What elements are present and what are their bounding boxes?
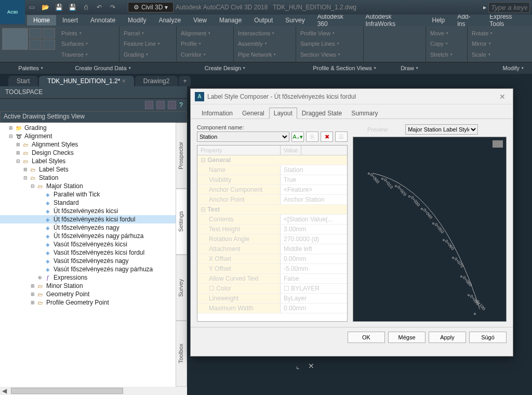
- corridor-button[interactable]: Corridor: [179, 50, 231, 59]
- search-input[interactable]: [488, 2, 530, 13]
- val-visibility[interactable]: True: [281, 175, 347, 185]
- copy-button[interactable]: Copy: [428, 40, 465, 48]
- ok-button[interactable]: OK: [348, 332, 385, 343]
- tree-style-standard[interactable]: Standard: [54, 199, 79, 206]
- palette-icon-3[interactable]: [43, 28, 55, 38]
- order-component-button[interactable]: ☰: [335, 131, 348, 142]
- delete-component-button[interactable]: ✖: [321, 131, 333, 142]
- val-attachment[interactable]: Middle left: [281, 244, 347, 254]
- infocenter-arrow-icon[interactable]: ▸: [483, 4, 486, 11]
- stretch-button[interactable]: Stretch: [428, 50, 465, 59]
- tree-style-nagy[interactable]: Út főszelvényezés nagy: [54, 224, 119, 231]
- tree-station[interactable]: Station: [39, 174, 58, 181]
- new-icon[interactable]: ▭: [27, 3, 36, 12]
- tab-layout[interactable]: Layout: [269, 108, 297, 119]
- tree-profile-geometry-point[interactable]: Profile Geometry Point: [46, 299, 109, 306]
- ts-tool-icon-2[interactable]: [156, 101, 165, 109]
- tab-information[interactable]: Information: [197, 108, 237, 118]
- tab-help[interactable]: Help: [425, 15, 451, 25]
- pipenetwork-button[interactable]: Pipe Network: [236, 50, 294, 59]
- val-curved[interactable]: False: [281, 274, 347, 283]
- component-name-select[interactable]: Station: [197, 131, 289, 142]
- val-lineweight[interactable]: ByLayer: [281, 294, 347, 303]
- tree-style-vasut-kicsi[interactable]: Vasút főszelvényezés kicsi: [54, 241, 127, 248]
- tab-insert[interactable]: Insert: [56, 15, 84, 25]
- tab-summary[interactable]: Summary: [347, 108, 382, 118]
- rotate-button[interactable]: Rotate: [470, 29, 507, 37]
- panel-ground[interactable]: Create Ground Data: [61, 65, 144, 71]
- tree-label-sets[interactable]: Label Sets: [39, 166, 69, 173]
- drawing-canvas[interactable]: ⌞ ✕ A Label Style Composer - Út főszelvé…: [187, 86, 532, 395]
- tree-geometry-point[interactable]: Geometry Point: [46, 291, 89, 298]
- alignment-button[interactable]: Alignment: [179, 29, 231, 37]
- tree-grading[interactable]: Grading: [24, 124, 47, 131]
- add-component-button[interactable]: A₊▾: [291, 131, 304, 142]
- palette-icon-2[interactable]: [29, 40, 42, 50]
- cat-text[interactable]: Text: [197, 205, 347, 215]
- val-yoffset[interactable]: -5.00mm: [281, 264, 347, 273]
- tree-style-kicsi[interactable]: Út főszelvényezés kicsi: [54, 207, 118, 215]
- side-tab-toolbox[interactable]: Toolbox: [176, 321, 187, 387]
- open-icon[interactable]: 📂: [41, 3, 50, 12]
- assembly-button[interactable]: Assembly: [236, 40, 294, 48]
- save-icon[interactable]: 💾: [54, 3, 63, 12]
- val-anchor-comp[interactable]: <Feature>: [281, 185, 347, 194]
- scale-button[interactable]: Scale: [470, 50, 507, 59]
- saveas-icon[interactable]: 💾: [68, 3, 77, 12]
- tab-manage[interactable]: Manage: [213, 15, 248, 25]
- tab-survey[interactable]: Survey: [279, 15, 311, 25]
- intersections-button[interactable]: Intersections: [236, 29, 294, 37]
- close-icon[interactable]: ×: [122, 77, 126, 85]
- tab-output[interactable]: Output: [248, 15, 279, 25]
- copy-component-button[interactable]: ⎘: [306, 131, 318, 142]
- sectionviews-button[interactable]: Section Views: [298, 50, 361, 59]
- tree-minor-station[interactable]: Minor Station: [46, 282, 83, 289]
- tree-alignment[interactable]: Alignment: [24, 133, 52, 140]
- panel-modify[interactable]: Modify: [435, 65, 532, 71]
- val-rotation[interactable]: 270.0000 (d): [281, 234, 347, 244]
- side-tab-prospector[interactable]: Prospector: [176, 123, 187, 189]
- tree-style-vasut-kicsi-fordul[interactable]: Vasút főszelvényezés kicsi fordul: [54, 249, 144, 256]
- tree-design-checks[interactable]: Design Checks: [32, 149, 74, 156]
- doctab-drawing2[interactable]: Drawing2: [135, 76, 178, 86]
- doctab-start[interactable]: Start: [8, 76, 38, 86]
- help-icon[interactable]: ?: [179, 101, 183, 109]
- tab-dragged[interactable]: Dragged State: [297, 108, 347, 118]
- panel-profile-section[interactable]: Profile & Section Views: [305, 65, 383, 71]
- val-xoffset[interactable]: 0.00mm: [281, 254, 347, 264]
- side-tab-settings[interactable]: Settings: [176, 189, 187, 255]
- view-selector[interactable]: Active Drawing Settings View: [0, 111, 187, 123]
- tree-major-station[interactable]: Major Station: [46, 182, 83, 190]
- tab-analyze[interactable]: Analyze: [152, 15, 187, 25]
- tab-general[interactable]: General: [237, 108, 269, 118]
- val-name[interactable]: Station: [281, 165, 347, 175]
- profileview-button[interactable]: Profile View: [298, 29, 361, 37]
- move-button[interactable]: Move: [428, 29, 465, 37]
- toolspace-icon[interactable]: [2, 28, 28, 50]
- mirror-button[interactable]: Mirror: [470, 40, 507, 48]
- profile-button[interactable]: Profile: [179, 40, 231, 48]
- cancel-button[interactable]: Mégse: [388, 332, 425, 343]
- help-button[interactable]: Súgó: [469, 332, 507, 343]
- tab-home[interactable]: Home: [27, 15, 56, 25]
- workspace-selector[interactable]: ⚙ Civil 3D ▾: [128, 2, 174, 12]
- surfaces-button[interactable]: Surfaces: [59, 40, 117, 48]
- val-text-height[interactable]: 3.00mm: [281, 225, 347, 234]
- undo-icon[interactable]: ↶: [95, 3, 104, 12]
- cat-general[interactable]: General: [197, 155, 347, 165]
- palette-icon-1[interactable]: [29, 28, 42, 38]
- preview-style-select[interactable]: Major Station Label Style: [405, 124, 478, 135]
- tree-style-kicsi-fordul[interactable]: Út főszelvényezés kicsi fordul: [54, 216, 135, 223]
- property-grid[interactable]: PropertyValue General NameStation Visibi…: [197, 145, 348, 322]
- print-icon[interactable]: ⎙: [81, 3, 90, 12]
- grading-button[interactable]: Grading: [122, 50, 174, 59]
- tree-style-vasut-nagy-parhuza[interactable]: Vasút főszelvényezés nagy párhuza: [54, 266, 153, 273]
- samplelines-button[interactable]: Sample Lines: [298, 40, 361, 48]
- val-color[interactable]: BYLAYER: [281, 284, 347, 293]
- val-maxwidth[interactable]: 0.00mm: [281, 304, 347, 313]
- tab-modify[interactable]: Modify: [122, 15, 152, 25]
- redo-icon[interactable]: ↷: [108, 3, 117, 12]
- featureline-button[interactable]: Feature Line: [122, 40, 174, 48]
- panel-palettes[interactable]: Palettes: [0, 65, 61, 71]
- tree-alignment-styles[interactable]: Alignment Styles: [32, 141, 78, 148]
